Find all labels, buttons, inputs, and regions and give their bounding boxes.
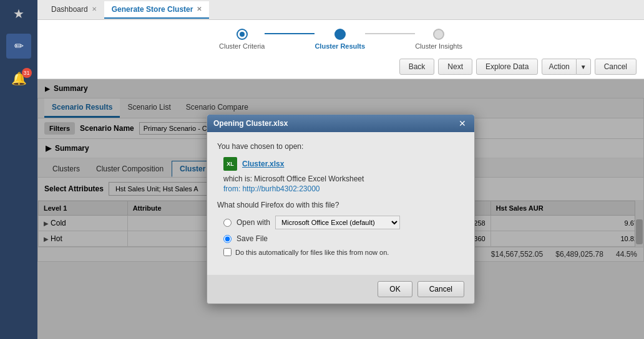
- clipboard-icon[interactable]: ✏: [6, 34, 31, 59]
- step-circle-insights: [433, 29, 444, 40]
- file-row: XL Cluster.xlsx: [217, 157, 464, 171]
- wizard-steps: Cluster Criteria Cluster Results Cluster…: [37, 20, 644, 55]
- next-button[interactable]: Next: [438, 59, 472, 75]
- action-split-button: Action ▼: [542, 59, 590, 75]
- toolbar: Back Next Explore Data Action ▼ Cancel: [37, 55, 644, 79]
- modal-ok-button[interactable]: OK: [378, 281, 412, 297]
- auto-label[interactable]: Do this automatically for files like thi…: [235, 249, 389, 256]
- modal-footer: OK Cancel: [207, 275, 474, 303]
- save-file-row: Save File: [217, 234, 464, 243]
- step-cluster-results: Cluster Results: [315, 29, 365, 50]
- notification-badge: 31: [22, 68, 32, 78]
- modal-which-is: which is: Microsoft Office Excel Workshe…: [217, 174, 464, 183]
- modal-cancel-button[interactable]: Cancel: [417, 281, 464, 297]
- tab-bar: Dashboard ✕ Generate Store Cluster ✕: [37, 0, 644, 20]
- main-content: Dashboard ✕ Generate Store Cluster ✕ Clu…: [37, 0, 644, 339]
- cancel-button[interactable]: Cancel: [595, 59, 637, 75]
- action-button[interactable]: Action: [542, 59, 576, 75]
- modal-body: You have chosen to open: XL Cluster.xlsx…: [207, 132, 474, 275]
- excel-file-icon: XL: [223, 157, 237, 171]
- content-area: ▶ Summary Scenario Results Scenario List…: [37, 79, 644, 339]
- step-label-results: Cluster Results: [315, 42, 365, 50]
- explore-data-button[interactable]: Explore Data: [476, 59, 538, 75]
- action-dropdown-arrow[interactable]: ▼: [577, 59, 591, 75]
- modal-from-url: from: http://burhb4302:23000: [217, 184, 464, 193]
- bell-icon: 🔔 31: [11, 71, 27, 86]
- step-cluster-insights: Cluster Insights: [415, 29, 462, 50]
- sidebar: ★ ✏ 🔔 31: [0, 0, 37, 339]
- auto-checkbox-row: Do this automatically for files like thi…: [217, 248, 464, 256]
- step-label-criteria: Cluster Criteria: [219, 42, 265, 50]
- save-file-label[interactable]: Save File: [237, 234, 268, 243]
- tab-generate-close[interactable]: ✕: [197, 6, 202, 12]
- modal-file-name[interactable]: Cluster.xlsx: [242, 160, 284, 168]
- step-line-2: [365, 33, 415, 34]
- modal-intro-text: You have chosen to open:: [217, 142, 464, 151]
- modal-close-button[interactable]: ✕: [457, 118, 468, 128]
- open-with-radio[interactable]: [223, 219, 232, 227]
- step-label-insights: Cluster Insights: [415, 42, 462, 50]
- open-with-select[interactable]: Microsoft Office Excel (default): [275, 216, 400, 229]
- modal-title: Opening Cluster.xlsx: [213, 119, 288, 128]
- modal-which-is-value: Microsoft Office Excel Worksheet: [254, 174, 364, 183]
- tab-dashboard-close[interactable]: ✕: [92, 6, 97, 12]
- open-with-row: Open with Microsoft Office Excel (defaul…: [217, 216, 464, 229]
- file-open-modal: Opening Cluster.xlsx ✕ You have chosen t…: [207, 114, 475, 304]
- star-icon: ★: [13, 6, 24, 21]
- step-circle-results: [334, 29, 346, 40]
- auto-checkbox[interactable]: [223, 248, 232, 256]
- step-line-1: [265, 33, 315, 34]
- save-file-radio[interactable]: [223, 235, 232, 243]
- step-cluster-criteria: Cluster Criteria: [219, 29, 265, 50]
- modal-header: Opening Cluster.xlsx ✕: [207, 115, 474, 132]
- open-with-label[interactable]: Open with: [237, 218, 270, 227]
- step-circle-criteria: [237, 29, 248, 40]
- modal-url-value: http://burhb4302:23000: [242, 184, 320, 193]
- modal-question: What should Firefox do with this file?: [217, 201, 464, 209]
- modal-overlay: Opening Cluster.xlsx ✕ You have chosen t…: [37, 79, 644, 339]
- tab-generate-store-cluster[interactable]: Generate Store Cluster ✕: [104, 1, 210, 19]
- back-button[interactable]: Back: [399, 59, 435, 75]
- tab-dashboard[interactable]: Dashboard ✕: [44, 1, 104, 19]
